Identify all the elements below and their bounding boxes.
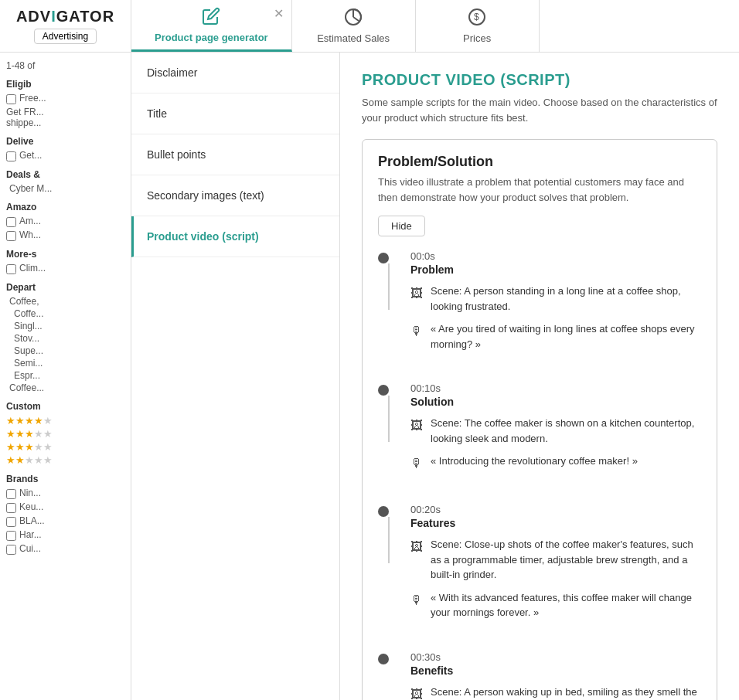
middle-panel: Disclaimer Title Bullet points Secondary… bbox=[131, 53, 340, 700]
svg-text:$: $ bbox=[474, 12, 479, 22]
sidebar-link-stove[interactable]: Stov... bbox=[6, 333, 124, 344]
sidebar-section-depart: Depart bbox=[6, 282, 124, 293]
checkbox-free[interactable] bbox=[6, 94, 16, 104]
star-rating-4[interactable]: ★★★★★ bbox=[6, 415, 124, 426]
timeline: 00:0s Problem 🖼 Scene: A person standing… bbox=[378, 250, 701, 700]
sidebar-item-amazon1: Am... bbox=[6, 216, 124, 227]
sidebar-item-bla: BLA... bbox=[6, 515, 124, 527]
timeline-dot-1 bbox=[378, 385, 389, 396]
scene-row-0: 🖼 Scene: A person standing in a long lin… bbox=[410, 284, 701, 314]
audio-text-2: « With its advanced features, this coffe… bbox=[431, 590, 701, 620]
checkbox-amazon2[interactable] bbox=[6, 231, 16, 241]
sidebar-section-delivery: Delive bbox=[6, 136, 124, 147]
timeline-item-2: 00:20s Features 🖼 Scene: Close-up shots … bbox=[378, 504, 701, 628]
nav-item-disclaimer[interactable]: Disclaimer bbox=[131, 53, 339, 93]
scene-text-2: Scene: Close-up shots of the coffee make… bbox=[431, 537, 701, 583]
sidebar-link-coffee3[interactable]: Coffee... bbox=[6, 382, 124, 393]
timeline-time-0: 00:0s bbox=[410, 250, 701, 262]
tab-estimated-sales[interactable]: Estimated Sales bbox=[292, 0, 416, 52]
advertising-button[interactable]: Advertising bbox=[34, 29, 97, 44]
timeline-dot-0 bbox=[378, 253, 389, 263]
timeline-body-0: 00:0s Problem 🖼 Scene: A person standing… bbox=[410, 250, 701, 359]
timeline-body-1: 00:10s Solution 🖼 Scene: The coffee make… bbox=[410, 382, 701, 481]
sidebar-link-espresso[interactable]: Espr... bbox=[6, 370, 124, 381]
timeline-dot-2 bbox=[378, 506, 389, 517]
main-content: PRODUCT VIDEO (SCRIPT) Some sample scrip… bbox=[340, 53, 739, 700]
timeline-dot-3 bbox=[378, 654, 389, 664]
timeline-time-2: 00:20s bbox=[410, 504, 701, 515]
image-icon-2: 🖼 bbox=[410, 538, 423, 556]
star-rating-3a[interactable]: ★★★★★ bbox=[6, 428, 124, 440]
image-icon-1: 🖼 bbox=[410, 416, 423, 435]
timeline-item-3: 00:30s Benefits 🖼 Scene: A person waking… bbox=[378, 651, 701, 701]
checkbox-keu[interactable] bbox=[6, 503, 16, 513]
mic-icon-1: 🎙 bbox=[410, 454, 423, 473]
tab-prices-label: Prices bbox=[463, 32, 491, 44]
scene-text-1: Scene: The coffee maker is shown on a ki… bbox=[431, 416, 701, 446]
sidebar-section-brands: Brands bbox=[6, 474, 124, 484]
image-icon-3: 🖼 bbox=[410, 685, 423, 701]
checkbox-har[interactable] bbox=[6, 531, 16, 541]
edit-icon bbox=[202, 7, 220, 30]
audio-row-2: 🎙 « With its advanced features, this cof… bbox=[410, 590, 701, 620]
problem-solution-card: Problem/Solution This video illustrate a… bbox=[362, 139, 717, 700]
timeline-body-2: 00:20s Features 🖼 Scene: Close-up shots … bbox=[410, 504, 701, 628]
nav-item-secondary-images[interactable]: Secondary images (text) bbox=[131, 175, 339, 216]
sidebar-item-amazon2: Wh... bbox=[6, 229, 124, 241]
star-rating-2[interactable]: ★★★★★ bbox=[6, 454, 124, 466]
star-rating-3b[interactable]: ★★★★★ bbox=[6, 441, 124, 453]
logo: ADVIGATOR bbox=[16, 8, 114, 25]
hide-button[interactable]: Hide bbox=[378, 216, 425, 236]
tab-prices[interactable]: $ Prices bbox=[416, 0, 540, 52]
checkbox-nin[interactable] bbox=[6, 489, 16, 499]
sidebar-item-keu: Keu... bbox=[6, 501, 124, 513]
timeline-time-3: 00:30s bbox=[410, 651, 701, 663]
timeline-item-1: 00:10s Solution 🖼 Scene: The coffee make… bbox=[378, 382, 701, 481]
sidebar-section-eligibility: Eligib bbox=[6, 79, 124, 90]
nav-tabs: ✕ Product page generator Estimated Sales bbox=[131, 0, 739, 52]
audio-row-0: 🎙 « Are you tired of waiting in long lin… bbox=[410, 321, 701, 352]
nav-item-product-video[interactable]: Product video (script) bbox=[131, 216, 339, 257]
chart-icon bbox=[344, 8, 363, 31]
checkbox-clim[interactable] bbox=[6, 264, 16, 274]
card-description: This video illustrate a problem that pot… bbox=[378, 175, 701, 205]
sidebar-section-deals: Deals & bbox=[6, 169, 124, 180]
sidebar-item-delivery: Get... bbox=[6, 150, 124, 161]
mic-icon-0: 🎙 bbox=[410, 322, 423, 341]
nav-item-title[interactable]: Title bbox=[131, 93, 339, 134]
sidebar-link-coffee1[interactable]: Coffee, bbox=[6, 296, 124, 307]
timeline-body-3: 00:30s Benefits 🖼 Scene: A person waking… bbox=[410, 651, 701, 701]
timeline-section-1: Solution bbox=[410, 396, 701, 408]
tab-product-page-generator[interactable]: ✕ Product page generator bbox=[131, 0, 292, 52]
checkbox-cui[interactable] bbox=[6, 545, 16, 555]
timeline-item-0: 00:0s Problem 🖼 Scene: A person standing… bbox=[378, 250, 701, 359]
sidebar-link-cyber[interactable]: Cyber M... bbox=[6, 183, 124, 194]
sidebar-link-semi[interactable]: Semi... bbox=[6, 358, 124, 369]
sidebar-link-single[interactable]: Singl... bbox=[6, 321, 124, 331]
audio-row-1: 🎙 « Introducing the revolutionary coffee… bbox=[410, 454, 701, 473]
checkbox-delivery[interactable] bbox=[6, 151, 16, 161]
sidebar-section-custom: Custom bbox=[6, 401, 124, 412]
checkbox-bla[interactable] bbox=[6, 517, 16, 527]
logo-area: ADVIGATOR Advertising bbox=[0, 0, 131, 52]
close-icon[interactable]: ✕ bbox=[274, 6, 284, 21]
audio-text-0: « Are you tired of waiting in long lines… bbox=[431, 321, 701, 352]
scene-row-2: 🖼 Scene: Close-up shots of the coffee ma… bbox=[410, 537, 701, 583]
sidebar-item-free: Free... bbox=[6, 93, 124, 104]
sidebar-link-coffee2[interactable]: Coffe... bbox=[6, 308, 124, 319]
tab-product-page-generator-label: Product page generator bbox=[155, 32, 268, 43]
page-title: PRODUCT VIDEO (SCRIPT) bbox=[362, 71, 717, 89]
sidebar-item-har: Har... bbox=[6, 529, 124, 541]
sidebar-item-nin: Nin... bbox=[6, 488, 124, 499]
timeline-section-3: Benefits bbox=[410, 664, 701, 677]
sidebar-link-super[interactable]: Supe... bbox=[6, 345, 124, 356]
section-description: Some sample scripts for the main video. … bbox=[362, 95, 717, 125]
checkbox-amazon1[interactable] bbox=[6, 217, 16, 227]
timeline-section-2: Features bbox=[410, 517, 701, 529]
scene-text-0: Scene: A person standing in a long line … bbox=[431, 284, 701, 314]
nav-item-bullet-points[interactable]: Bullet points bbox=[131, 134, 339, 175]
audio-text-1: « Introducing the revolutionary coffee m… bbox=[431, 454, 638, 469]
sidebar-item-cui: Cui... bbox=[6, 543, 124, 555]
scene-text-3: Scene: A person waking up in bed, smilin… bbox=[431, 685, 701, 701]
sidebar-section-amazon: Amazo bbox=[6, 202, 124, 212]
